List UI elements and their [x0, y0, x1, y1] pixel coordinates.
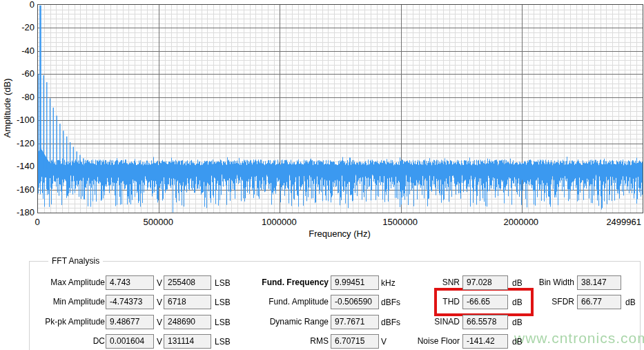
watermark-text: www.cntronics.com — [514, 330, 644, 347]
fft-analysis-panel: FFT Analysis www.cntronics.com Max Ampli… — [0, 0, 644, 350]
field-label: SFDR — [0, 297, 574, 307]
unit-label: dB — [625, 298, 636, 308]
fft-analyzer-window: Amplitude (dB) Frequency (Hz) 0-20-40-60… — [0, 0, 644, 350]
unit-label: dB — [512, 318, 523, 328]
value-field[interactable]: 66.77 — [577, 295, 621, 309]
field-label: Noise Floor — [0, 336, 460, 347]
panel-title: FFT Analysis — [48, 256, 103, 266]
value-field[interactable]: 38.147 — [577, 275, 621, 290]
field-label: Bin Width — [0, 278, 574, 288]
value-field[interactable]: 66.5578 — [462, 315, 508, 329]
field-label: SINAD — [0, 317, 460, 327]
unit-label: dB — [512, 337, 523, 347]
value-field[interactable]: -141.42 — [462, 334, 508, 349]
